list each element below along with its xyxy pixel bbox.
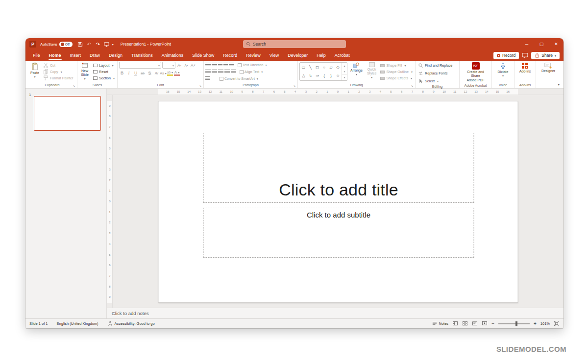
normal-view-button[interactable] bbox=[452, 321, 458, 326]
slide[interactable]: Click to add title Click to add subtitle bbox=[158, 101, 518, 303]
shape-fill-button[interactable]: Shape Fill bbox=[379, 62, 414, 69]
reading-view-button[interactable] bbox=[472, 321, 478, 326]
new-slide-button[interactable]: New Slide bbox=[79, 62, 91, 81]
increase-indent-icon[interactable] bbox=[223, 63, 228, 67]
autosave-toggle[interactable]: AutoSave Off bbox=[40, 42, 73, 47]
numbering-icon[interactable] bbox=[212, 63, 217, 67]
drawing-dialog-launcher[interactable] bbox=[410, 83, 414, 87]
maximize-button[interactable]: ▢ bbox=[534, 38, 549, 50]
tab-slide-show[interactable]: Slide Show bbox=[188, 50, 219, 61]
notes-toggle-button[interactable]: Notes bbox=[432, 321, 449, 326]
slideshow-view-button[interactable] bbox=[482, 321, 488, 326]
shape-icon[interactable]: ▭ bbox=[301, 65, 306, 70]
quick-access-dropdown-icon[interactable]: ▾ bbox=[112, 43, 114, 46]
underline-icon[interactable] bbox=[133, 70, 139, 76]
copy-button[interactable]: Copy bbox=[42, 69, 74, 75]
arrange-button[interactable]: Arrange bbox=[349, 62, 364, 77]
tab-acrobat[interactable]: Acrobat bbox=[330, 50, 354, 61]
font-name-combo[interactable] bbox=[119, 62, 161, 69]
bold-icon[interactable] bbox=[119, 70, 125, 76]
start-slideshow-button[interactable] bbox=[103, 40, 111, 48]
columns-icon[interactable] bbox=[231, 70, 236, 74]
shape-icon[interactable]: ◇ bbox=[335, 65, 341, 70]
line-spacing-icon[interactable] bbox=[229, 63, 234, 67]
clipboard-dialog-launcher[interactable] bbox=[72, 83, 76, 87]
paragraph-dialog-launcher[interactable] bbox=[293, 83, 296, 87]
tab-view[interactable]: View bbox=[265, 50, 283, 61]
subtitle-placeholder[interactable]: Click to add subtitle bbox=[203, 208, 474, 258]
text-highlight-color-icon[interactable] bbox=[167, 71, 173, 76]
autosave-pill[interactable]: Off bbox=[59, 42, 73, 47]
cut-button[interactable]: Cut bbox=[42, 62, 74, 69]
decrease-font-size-icon[interactable] bbox=[183, 62, 189, 68]
text-shadow-icon[interactable] bbox=[147, 70, 152, 76]
format-painter-button[interactable]: Format Painter bbox=[42, 75, 74, 81]
select-button[interactable]: Select bbox=[417, 78, 440, 84]
dictate-button[interactable]: Dictate bbox=[496, 62, 510, 78]
redo-button[interactable]: ↷ bbox=[94, 40, 102, 48]
tab-insert[interactable]: Insert bbox=[66, 50, 86, 61]
minimize-button[interactable]: ─ bbox=[519, 38, 534, 50]
align-center-icon[interactable] bbox=[212, 70, 217, 74]
addins-button[interactable]: Add-ins bbox=[518, 62, 533, 74]
strikethrough-icon[interactable] bbox=[140, 70, 146, 76]
clear-formatting-icon[interactable] bbox=[190, 62, 196, 68]
font-dialog-launcher[interactable] bbox=[198, 83, 202, 87]
designer-button[interactable]: Designer bbox=[540, 62, 557, 73]
powerpoint-app-icon[interactable]: P bbox=[29, 41, 36, 48]
shape-icon[interactable]: { bbox=[321, 73, 327, 78]
text-direction-button[interactable]: Text Direction bbox=[238, 63, 267, 67]
reset-button[interactable]: Reset bbox=[92, 69, 116, 75]
tab-review[interactable]: Review bbox=[242, 50, 265, 61]
comments-icon[interactable] bbox=[522, 52, 528, 59]
undo-button[interactable]: ↶ bbox=[85, 40, 93, 48]
zoom-out-button[interactable] bbox=[491, 321, 494, 326]
tab-file[interactable]: File bbox=[28, 50, 45, 61]
shape-effects-button[interactable]: Shape Effects bbox=[379, 75, 414, 81]
italic-icon[interactable] bbox=[126, 70, 132, 76]
title-placeholder[interactable]: Click to add title bbox=[203, 133, 474, 203]
slide-counter[interactable]: Slide 1 of 1 bbox=[29, 321, 48, 326]
paste-button[interactable]: Paste bbox=[29, 62, 41, 79]
zoom-in-button[interactable] bbox=[534, 321, 537, 326]
layout-button[interactable]: Layout bbox=[92, 62, 116, 69]
shape-icon[interactable]: ⇒ bbox=[315, 73, 320, 78]
section-button[interactable]: Section bbox=[92, 75, 116, 81]
tab-transitions[interactable]: Transitions bbox=[127, 50, 157, 61]
align-right-icon[interactable] bbox=[218, 70, 223, 74]
shape-icon[interactable]: ☆ bbox=[335, 73, 341, 78]
share-button[interactable]: Share bbox=[531, 52, 560, 59]
language-indicator[interactable]: English (United Kingdom) bbox=[57, 321, 98, 326]
find-button[interactable]: Find and Replace bbox=[417, 62, 453, 69]
zoom-slider[interactable] bbox=[498, 323, 530, 324]
zoom-slider-thumb[interactable] bbox=[515, 321, 517, 326]
shape-icon[interactable]: ╲ bbox=[308, 65, 313, 70]
search-box[interactable] bbox=[243, 40, 346, 48]
tab-animations[interactable]: Animations bbox=[157, 50, 188, 61]
align-left-icon[interactable] bbox=[205, 70, 211, 74]
accessibility-checker[interactable]: Accessibility: Good to go bbox=[107, 321, 155, 326]
align-text-button[interactable]: Align Text bbox=[240, 70, 263, 74]
tab-design[interactable]: Design bbox=[104, 50, 127, 61]
justify-icon[interactable] bbox=[224, 70, 230, 74]
slide-sorter-view-button[interactable] bbox=[462, 321, 468, 326]
save-button[interactable] bbox=[76, 40, 84, 48]
shape-icon[interactable]: △ bbox=[301, 73, 306, 78]
shape-outline-button[interactable]: Shape Outline bbox=[379, 69, 414, 75]
tab-help[interactable]: Help bbox=[312, 50, 330, 61]
shape-icon[interactable]: ▱ bbox=[328, 65, 334, 70]
close-button[interactable]: ✕ bbox=[549, 38, 564, 50]
tab-home[interactable]: Home bbox=[45, 50, 66, 61]
record-button[interactable]: Record bbox=[493, 52, 519, 59]
font-color-icon[interactable] bbox=[174, 71, 180, 76]
zoom-level[interactable]: 101% bbox=[540, 321, 550, 326]
collapse-ribbon-icon[interactable] bbox=[558, 83, 560, 87]
quick-styles-button[interactable]: Quick Styles bbox=[366, 62, 378, 80]
shape-icon[interactable]: ○ bbox=[321, 65, 327, 70]
shape-icon[interactable]: } bbox=[328, 73, 334, 78]
create-pdf-button[interactable]: Create and Share Adobe PDF bbox=[461, 62, 490, 83]
font-size-combo[interactable] bbox=[162, 62, 175, 69]
notes-pane[interactable]: Click to add notes bbox=[107, 308, 564, 318]
tab-record[interactable]: Record bbox=[219, 50, 242, 61]
increase-font-size-icon[interactable] bbox=[176, 62, 182, 68]
